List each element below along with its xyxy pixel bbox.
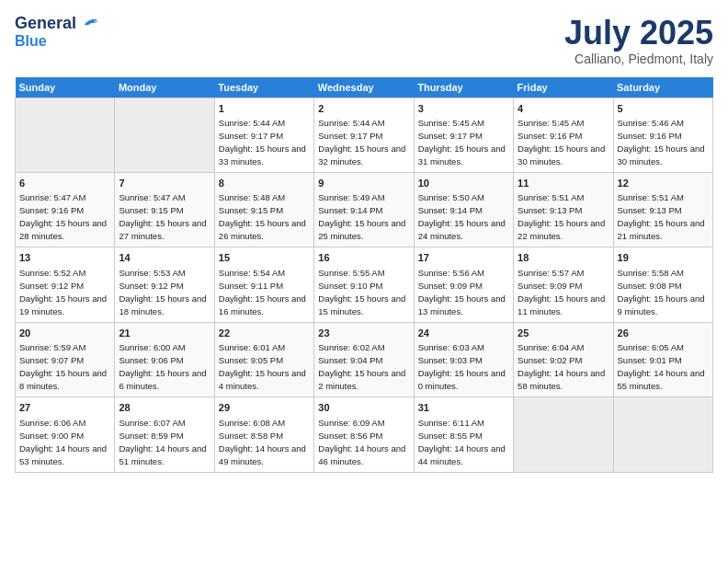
calendar-cell: 1Sunrise: 5:44 AMSunset: 9:17 PMDaylight… bbox=[214, 98, 313, 172]
day-info: Sunrise: 5:49 AMSunset: 9:14 PMDaylight:… bbox=[318, 192, 405, 241]
calendar-cell: 17Sunrise: 5:56 AMSunset: 9:09 PMDayligh… bbox=[414, 247, 513, 322]
day-info: Sunrise: 5:45 AMSunset: 9:16 PMDaylight:… bbox=[518, 118, 605, 167]
calendar-cell: 16Sunrise: 5:55 AMSunset: 9:10 PMDayligh… bbox=[314, 247, 414, 322]
day-number: 7 bbox=[119, 177, 210, 190]
col-monday: Monday bbox=[115, 77, 214, 98]
day-number: 10 bbox=[418, 177, 509, 190]
calendar-cell: 31Sunrise: 6:11 AMSunset: 8:55 PMDayligh… bbox=[414, 397, 513, 472]
calendar-cell: 22Sunrise: 6:01 AMSunset: 9:05 PMDayligh… bbox=[214, 322, 313, 396]
calendar-cell: 2Sunrise: 5:44 AMSunset: 9:17 PMDaylight… bbox=[314, 98, 414, 172]
day-info: Sunrise: 5:44 AMSunset: 9:17 PMDaylight:… bbox=[219, 118, 306, 167]
calendar-cell: 12Sunrise: 5:51 AMSunset: 9:13 PMDayligh… bbox=[613, 172, 712, 247]
calendar-cell: 10Sunrise: 5:50 AMSunset: 9:14 PMDayligh… bbox=[414, 172, 513, 247]
calendar-cell: 6Sunrise: 5:47 AMSunset: 9:16 PMDaylight… bbox=[16, 172, 115, 247]
day-number: 16 bbox=[318, 251, 409, 265]
calendar-cell bbox=[115, 98, 214, 172]
day-info: Sunrise: 6:03 AMSunset: 9:03 PMDaylight:… bbox=[418, 342, 506, 391]
day-number: 22 bbox=[219, 327, 310, 340]
day-info: Sunrise: 6:04 AMSunset: 9:02 PMDaylight:… bbox=[518, 342, 605, 391]
calendar-cell: 25Sunrise: 6:04 AMSunset: 9:02 PMDayligh… bbox=[514, 322, 613, 396]
col-friday: Friday bbox=[514, 77, 613, 98]
day-number: 2 bbox=[318, 102, 409, 116]
day-number: 11 bbox=[518, 177, 609, 190]
calendar-header: Sunday Monday Tuesday Wednesday Thursday… bbox=[16, 77, 713, 98]
calendar-cell: 9Sunrise: 5:49 AMSunset: 9:14 PMDaylight… bbox=[314, 172, 414, 247]
day-number: 27 bbox=[19, 401, 110, 415]
day-number: 12 bbox=[618, 177, 709, 190]
page-header: General Blue July 2025 Calliano, Piedmon… bbox=[15, 15, 713, 66]
calendar-cell: 18Sunrise: 5:57 AMSunset: 9:09 PMDayligh… bbox=[514, 247, 613, 322]
day-info: Sunrise: 5:48 AMSunset: 9:15 PMDaylight:… bbox=[219, 192, 306, 241]
day-number: 15 bbox=[219, 251, 310, 265]
day-info: Sunrise: 5:47 AMSunset: 9:15 PMDaylight:… bbox=[119, 192, 206, 241]
day-number: 6 bbox=[19, 177, 110, 190]
day-info: Sunrise: 5:50 AMSunset: 9:14 PMDaylight:… bbox=[418, 192, 506, 241]
calendar-cell: 3Sunrise: 5:45 AMSunset: 9:17 PMDaylight… bbox=[414, 98, 513, 172]
col-sunday: Sunday bbox=[16, 77, 115, 98]
calendar-cell: 19Sunrise: 5:58 AMSunset: 9:08 PMDayligh… bbox=[613, 247, 712, 322]
calendar-week-4: 20Sunrise: 5:59 AMSunset: 9:07 PMDayligh… bbox=[16, 322, 713, 396]
day-info: Sunrise: 6:01 AMSunset: 9:05 PMDaylight:… bbox=[219, 342, 306, 391]
col-thursday: Thursday bbox=[414, 77, 513, 98]
calendar-cell: 24Sunrise: 6:03 AMSunset: 9:03 PMDayligh… bbox=[414, 322, 513, 396]
day-info: Sunrise: 5:51 AMSunset: 9:13 PMDaylight:… bbox=[618, 192, 705, 241]
day-number: 26 bbox=[618, 327, 709, 340]
day-info: Sunrise: 5:53 AMSunset: 9:12 PMDaylight:… bbox=[119, 268, 206, 316]
calendar-cell bbox=[514, 397, 613, 472]
day-number: 1 bbox=[219, 102, 310, 116]
calendar-week-1: 1Sunrise: 5:44 AMSunset: 9:17 PMDaylight… bbox=[16, 98, 713, 172]
day-info: Sunrise: 5:59 AMSunset: 9:07 PMDaylight:… bbox=[19, 342, 107, 391]
calendar-cell: 4Sunrise: 5:45 AMSunset: 9:16 PMDaylight… bbox=[514, 98, 613, 172]
calendar-cell: 29Sunrise: 6:08 AMSunset: 8:58 PMDayligh… bbox=[214, 397, 313, 472]
calendar-cell: 11Sunrise: 5:51 AMSunset: 9:13 PMDayligh… bbox=[514, 172, 613, 247]
day-number: 3 bbox=[418, 102, 509, 116]
day-info: Sunrise: 5:45 AMSunset: 9:17 PMDaylight:… bbox=[418, 118, 506, 167]
day-info: Sunrise: 6:11 AMSunset: 8:55 PMDaylight:… bbox=[418, 418, 506, 466]
day-number: 19 bbox=[618, 251, 709, 265]
calendar-cell: 14Sunrise: 5:53 AMSunset: 9:12 PMDayligh… bbox=[115, 247, 214, 322]
month-title: July 2025 bbox=[564, 15, 713, 52]
location-subtitle: Calliano, Piedmont, Italy bbox=[564, 52, 713, 66]
day-number: 31 bbox=[418, 401, 509, 415]
day-info: Sunrise: 6:00 AMSunset: 9:06 PMDaylight:… bbox=[119, 342, 206, 391]
day-number: 8 bbox=[219, 177, 310, 190]
day-number: 9 bbox=[318, 177, 409, 190]
day-info: Sunrise: 5:54 AMSunset: 9:11 PMDaylight:… bbox=[219, 268, 306, 316]
calendar-cell: 8Sunrise: 5:48 AMSunset: 9:15 PMDaylight… bbox=[214, 172, 313, 247]
day-number: 17 bbox=[418, 251, 509, 265]
col-saturday: Saturday bbox=[613, 77, 712, 98]
title-block: July 2025 Calliano, Piedmont, Italy bbox=[564, 15, 713, 66]
calendar-cell: 15Sunrise: 5:54 AMSunset: 9:11 PMDayligh… bbox=[214, 247, 313, 322]
day-number: 4 bbox=[518, 102, 609, 116]
logo-general: General bbox=[15, 14, 76, 32]
day-info: Sunrise: 6:02 AMSunset: 9:04 PMDaylight:… bbox=[318, 342, 405, 391]
logo-name: General bbox=[15, 15, 99, 33]
header-row: Sunday Monday Tuesday Wednesday Thursday… bbox=[16, 77, 713, 98]
calendar-body: 1Sunrise: 5:44 AMSunset: 9:17 PMDaylight… bbox=[16, 98, 713, 472]
calendar-week-5: 27Sunrise: 6:06 AMSunset: 9:00 PMDayligh… bbox=[16, 397, 713, 472]
day-number: 23 bbox=[318, 327, 409, 340]
day-number: 14 bbox=[119, 251, 210, 265]
day-number: 21 bbox=[119, 327, 210, 340]
day-info: Sunrise: 5:56 AMSunset: 9:09 PMDaylight:… bbox=[418, 268, 506, 316]
day-number: 25 bbox=[518, 327, 609, 340]
day-info: Sunrise: 6:07 AMSunset: 8:59 PMDaylight:… bbox=[119, 418, 206, 466]
logo: General Blue bbox=[15, 15, 99, 49]
col-wednesday: Wednesday bbox=[314, 77, 414, 98]
calendar-cell: 13Sunrise: 5:52 AMSunset: 9:12 PMDayligh… bbox=[16, 247, 115, 322]
day-info: Sunrise: 5:51 AMSunset: 9:13 PMDaylight:… bbox=[518, 192, 605, 241]
calendar-cell bbox=[16, 98, 115, 172]
day-number: 5 bbox=[618, 102, 709, 116]
logo-bird-icon bbox=[83, 16, 99, 29]
day-number: 24 bbox=[418, 327, 509, 340]
day-number: 20 bbox=[19, 327, 110, 340]
calendar-cell: 30Sunrise: 6:09 AMSunset: 8:56 PMDayligh… bbox=[314, 397, 414, 472]
calendar-cell: 21Sunrise: 6:00 AMSunset: 9:06 PMDayligh… bbox=[115, 322, 214, 396]
calendar-cell: 20Sunrise: 5:59 AMSunset: 9:07 PMDayligh… bbox=[16, 322, 115, 396]
calendar-cell: 27Sunrise: 6:06 AMSunset: 9:00 PMDayligh… bbox=[16, 397, 115, 472]
day-number: 30 bbox=[318, 401, 409, 415]
calendar-week-2: 6Sunrise: 5:47 AMSunset: 9:16 PMDaylight… bbox=[16, 172, 713, 247]
day-info: Sunrise: 5:55 AMSunset: 9:10 PMDaylight:… bbox=[318, 268, 405, 316]
day-info: Sunrise: 6:09 AMSunset: 8:56 PMDaylight:… bbox=[318, 418, 405, 466]
calendar-cell: 26Sunrise: 6:05 AMSunset: 9:01 PMDayligh… bbox=[613, 322, 712, 396]
